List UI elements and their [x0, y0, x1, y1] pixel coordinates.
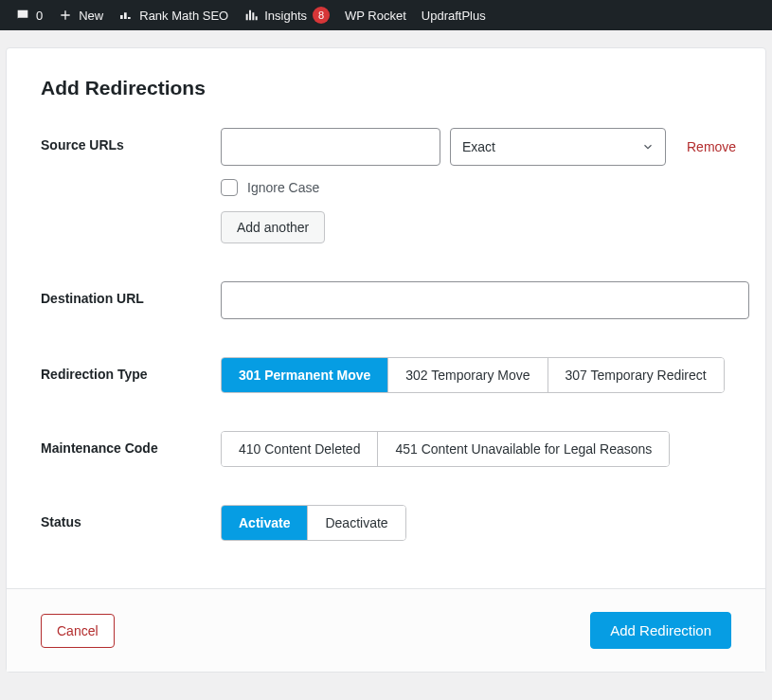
comment-icon	[15, 8, 30, 23]
status-controls: Activate Deactivate	[221, 505, 731, 541]
admin-bar-new[interactable]: New	[50, 0, 111, 30]
card-footer: Cancel Add Redirection	[7, 588, 765, 672]
new-label: New	[79, 9, 103, 23]
maintenance-code-label: Maintenance Code	[41, 431, 221, 467]
rankmath-icon	[118, 8, 134, 23]
updraft-label: UpdraftPlus	[422, 9, 486, 23]
source-url-input[interactable]	[221, 128, 440, 166]
source-controls: Exact Remove Ignore Case Add another	[221, 128, 736, 243]
admin-bar-comments[interactable]: 0	[8, 0, 50, 30]
maintenance-controls: 410 Content Deleted 451 Content Unavaila…	[221, 431, 731, 467]
ignore-case-checkbox[interactable]	[221, 179, 238, 196]
status-activate-option[interactable]: Activate	[222, 506, 308, 540]
match-type-select-wrap: Exact	[450, 128, 666, 166]
insights-label: Insights	[264, 9, 307, 23]
redir-307-option[interactable]: 307 Temporary Redirect	[548, 358, 724, 392]
source-urls-label: Source URLs	[41, 128, 221, 243]
status-label: Status	[41, 505, 221, 541]
admin-bar-insights[interactable]: Insights 8	[236, 0, 337, 30]
card-body: Add Redirections Source URLs Exact Remov…	[7, 48, 765, 588]
source-url-row: Exact Remove	[221, 128, 736, 166]
redir-302-option[interactable]: 302 Temporary Move	[388, 358, 548, 392]
status-group: Activate Deactivate	[221, 505, 406, 541]
page-title: Add Redirections	[41, 77, 731, 99]
admin-bar-wprocket[interactable]: WP Rocket	[337, 0, 414, 30]
admin-bar-updraft[interactable]: UpdraftPlus	[414, 0, 494, 30]
redir-301-option[interactable]: 301 Permanent Move	[222, 358, 388, 392]
ignore-case-row: Ignore Case	[221, 179, 736, 196]
insights-icon	[243, 8, 259, 23]
row-destination-url: Destination URL	[41, 281, 731, 319]
plus-icon	[58, 8, 73, 23]
maint-451-option[interactable]: 451 Content Unavailable for Legal Reason…	[378, 432, 669, 466]
row-redirection-type: Redirection Type 301 Permanent Move 302 …	[41, 357, 731, 393]
admin-bar: 0 New Rank Math SEO Insights 8 WP Rocket…	[0, 0, 772, 30]
match-type-select[interactable]: Exact	[450, 128, 666, 166]
comments-count: 0	[36, 9, 43, 23]
row-maintenance-code: Maintenance Code 410 Content Deleted 451…	[41, 431, 731, 467]
add-redirection-button[interactable]: Add Redirection	[590, 612, 731, 649]
destination-url-input[interactable]	[221, 281, 749, 319]
redirection-card: Add Redirections Source URLs Exact Remov…	[6, 47, 766, 673]
redirection-type-controls: 301 Permanent Move 302 Temporary Move 30…	[221, 357, 731, 393]
row-source-urls: Source URLs Exact Remove Ignore Case	[41, 128, 731, 243]
status-deactivate-option[interactable]: Deactivate	[308, 506, 404, 540]
wprocket-label: WP Rocket	[345, 9, 406, 23]
insights-badge: 8	[313, 7, 330, 24]
rankmath-label: Rank Math SEO	[139, 9, 228, 23]
redirection-type-label: Redirection Type	[41, 357, 221, 393]
row-status: Status Activate Deactivate	[41, 505, 731, 541]
ignore-case-label: Ignore Case	[247, 180, 319, 195]
add-another-button[interactable]: Add another	[221, 211, 325, 243]
redirection-type-group: 301 Permanent Move 302 Temporary Move 30…	[221, 357, 725, 393]
destination-controls	[221, 281, 749, 319]
admin-bar-rankmath[interactable]: Rank Math SEO	[111, 0, 236, 30]
remove-source-link[interactable]: Remove	[687, 139, 736, 154]
cancel-button[interactable]: Cancel	[41, 614, 115, 648]
destination-url-label: Destination URL	[41, 281, 221, 319]
maintenance-code-group: 410 Content Deleted 451 Content Unavaila…	[221, 431, 670, 467]
maint-410-option[interactable]: 410 Content Deleted	[222, 432, 378, 466]
